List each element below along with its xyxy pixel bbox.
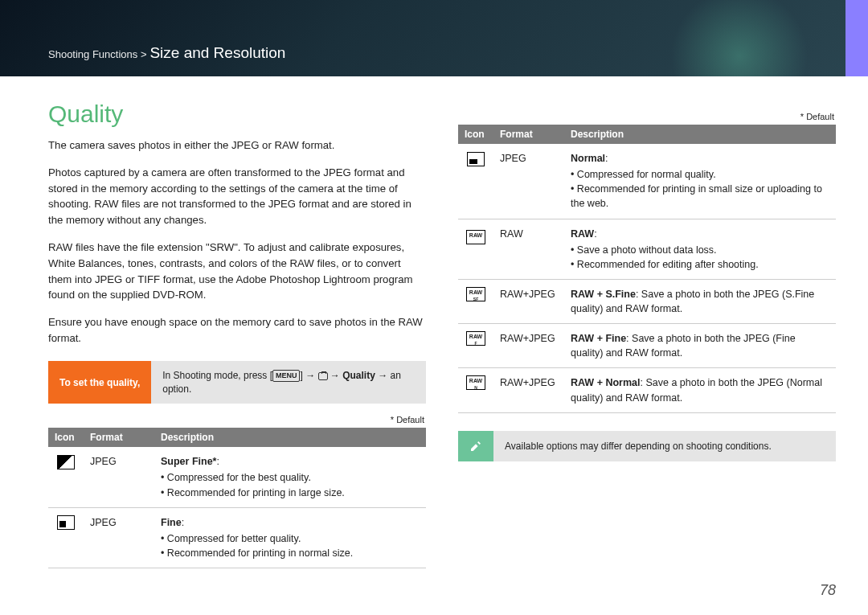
instruction-text: → [328, 370, 343, 381]
camera-icon [318, 372, 328, 380]
quality-icon-raw: RAW [466, 230, 485, 244]
quality-table-left: Icon Format Description JPEG Super Fine*… [48, 428, 426, 568]
desc-bullet: Save a photo without data loss. [571, 243, 829, 257]
cell-description: Fine: Compressed for better quality. Rec… [154, 507, 426, 568]
quality-icon-raw-sfine: RAWSF [466, 287, 485, 301]
th-description: Description [564, 125, 836, 144]
paragraph: The camera saves photos in either the JP… [48, 137, 426, 154]
paragraph: Photos captured by a camera are often tr… [48, 165, 426, 228]
quality-icon-raw-normal: RAWN [466, 375, 485, 390]
right-column: * Default Icon Format Description JPEG N… [458, 100, 836, 568]
th-description: Description [154, 428, 426, 447]
breadcrumb-category: Shooting Functions > [48, 48, 147, 60]
cell-format: JPEG [493, 144, 564, 219]
cell-description: RAW: Save a photo without data loss. Rec… [564, 219, 836, 279]
desc-title: Fine [161, 517, 182, 528]
quality-icon-superfine [57, 455, 75, 469]
default-note: * Default [48, 415, 424, 424]
note-text: Available options may differ depending o… [493, 431, 836, 461]
table-row: RAWF RAW+JPEG RAW + Fine: Save a photo i… [458, 324, 836, 368]
cell-format: JPEG [84, 447, 154, 507]
instruction-text: In Shooting mode, press [ [162, 370, 272, 381]
cell-description: RAW + S.Fine: Save a photo in both the J… [564, 279, 836, 323]
cell-format: RAW+JPEG [493, 324, 564, 368]
paragraph: Ensure you have enough space on the memo… [48, 314, 426, 346]
cell-description: Normal: Compressed for normal quality. R… [564, 144, 836, 219]
table-row: JPEG Super Fine*: Compressed for the bes… [48, 447, 426, 507]
table-row: JPEG Fine: Compressed for better quality… [48, 507, 426, 568]
desc-title: Super Fine* [161, 456, 216, 467]
instruction-bold: Quality [342, 370, 375, 381]
note-box: Available options may differ depending o… [458, 431, 836, 461]
desc-title: RAW [571, 228, 594, 240]
cell-description: Super Fine*: Compressed for the best qua… [154, 447, 426, 507]
left-column: Quality The camera saves photos in eithe… [48, 100, 426, 568]
breadcrumb-page: Size and Resolution [149, 44, 285, 61]
quality-icon-normal [467, 152, 485, 166]
pen-icon [458, 431, 493, 461]
desc-bullet: Compressed for better quality. [161, 531, 420, 546]
paragraph: RAW files have the file extension "SRW".… [48, 240, 426, 303]
th-format: Format [493, 125, 564, 144]
desc-bullet: Recommended for printing in normal size. [161, 546, 420, 560]
table-row: JPEG Normal: Compressed for normal quali… [458, 144, 836, 219]
content-area: Quality The camera saves photos in eithe… [0, 76, 868, 568]
sidebar-tab[interactable] [845, 0, 868, 76]
desc-title: RAW + Normal [571, 377, 640, 388]
page-header: Shooting Functions > Size and Resolution [0, 0, 868, 76]
th-format: Format [84, 428, 154, 447]
default-note: * Default [458, 112, 834, 121]
page-number: 78 [820, 582, 836, 599]
quality-table-right: Icon Format Description JPEG Normal: Com… [458, 125, 836, 413]
instruction-text: ] → [300, 370, 317, 381]
breadcrumb: Shooting Functions > Size and Resolution [48, 44, 285, 62]
desc-bullet: Compressed for normal quality. [571, 167, 829, 182]
cell-format: JPEG [84, 507, 154, 568]
cell-description: RAW + Fine: Save a photo in both the JPE… [564, 324, 836, 368]
cell-format: RAW+JPEG [493, 368, 564, 412]
desc-title: RAW + Fine [571, 333, 626, 344]
desc-title: Normal [571, 153, 605, 164]
quality-icon-fine [57, 515, 75, 530]
instruction-body: In Shooting mode, press [MENU] → → Quali… [151, 361, 426, 404]
desc-bullet: Compressed for the best quality. [161, 470, 420, 485]
quality-icon-raw-fine: RAWF [466, 331, 485, 346]
section-title: Quality [48, 100, 426, 128]
table-row: RAW RAW RAW: Save a photo without data l… [458, 219, 836, 279]
table-row: RAWN RAW+JPEG RAW + Normal: Save a photo… [458, 368, 836, 412]
desc-title: RAW + S.Fine [571, 289, 636, 300]
cell-description: RAW + Normal: Save a photo in both the J… [564, 368, 836, 412]
table-row: RAWSF RAW+JPEG RAW + S.Fine: Save a phot… [458, 279, 836, 323]
cell-format: RAW+JPEG [493, 279, 564, 323]
desc-bullet: Recommended for editing after shooting. [571, 257, 829, 272]
desc-bullet: Recommended for printing in large size. [161, 486, 420, 500]
instruction-label: To set the quality, [48, 361, 151, 404]
cell-format: RAW [493, 219, 564, 279]
desc-bullet: Recommended for printing in small size o… [571, 182, 829, 211]
th-icon: Icon [458, 125, 493, 144]
menu-icon: MENU [272, 370, 301, 382]
th-icon: Icon [48, 428, 84, 447]
instruction-row: To set the quality, In Shooting mode, pr… [48, 361, 426, 404]
